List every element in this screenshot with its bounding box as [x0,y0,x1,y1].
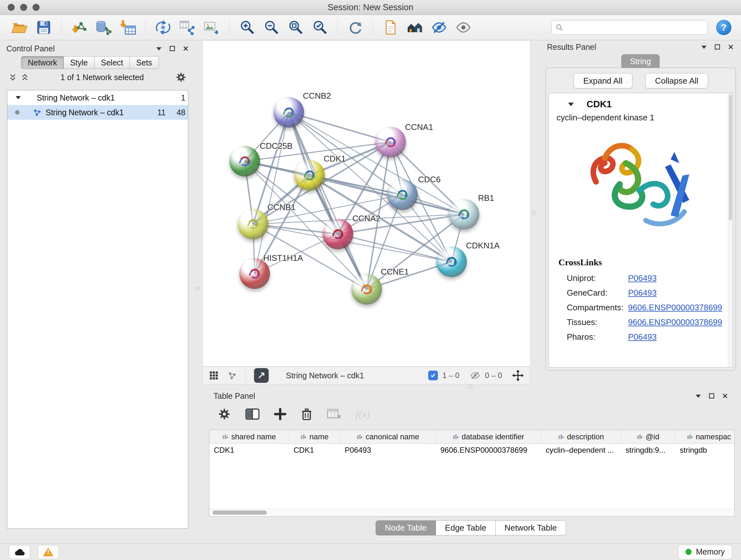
memory-button[interactable]: Memory [678,545,732,559]
graph-node-ccna2[interactable] [323,219,353,249]
graph-node-cdc25b[interactable] [229,146,260,177]
open-session-button[interactable] [10,17,29,37]
edge-CCNB2-HIST1H1A[interactable] [255,112,289,273]
network-canvas[interactable]: CCNB2CCNA1CDC25BCDK1CDC6RB1CCNB1CCNA2CDK… [202,40,530,367]
import-network-from-database-button[interactable] [93,17,113,37]
delete-table-icon[interactable] [327,408,341,420]
crosslink-value-genecard[interactable]: P06493 [628,288,657,298]
tab-style[interactable]: Style [64,56,95,69]
column-header-namespac[interactable]: namespac [675,430,735,443]
column-header-database-identifier[interactable]: database identifier [436,430,541,443]
table-tab-network-table[interactable]: Network Table [495,520,566,536]
gene-name: CDK1 [587,99,612,110]
close-icon[interactable] [728,44,734,50]
tab-sets[interactable]: Sets [130,56,159,69]
column-header-description[interactable]: description [541,430,621,443]
crosslink-value-tissues[interactable]: 9606.ENSP00000378699 [628,317,722,327]
graph-node-cdkn1a[interactable] [436,246,467,277]
crosslink-value-compartments[interactable]: 9606.ENSP00000378699 [628,303,722,313]
maximize-window-button[interactable] [32,4,40,11]
graph-node-cdc6[interactable] [387,179,418,210]
new-network-from-table-button[interactable] [178,17,197,37]
protein-squiggle-icon [393,185,412,205]
open-in-new-window-button[interactable] [254,368,269,383]
results-tab-string[interactable]: String [621,54,660,68]
cybrowser-button[interactable] [405,17,425,37]
entry-scrollbar[interactable] [728,93,733,367]
search-field[interactable] [551,20,708,35]
snapshot-button[interactable] [381,17,401,37]
hidden-items-eye-slash-icon[interactable] [470,371,481,380]
table-tab-edge-table[interactable]: Edge Table [436,520,495,536]
chevron-down-icon[interactable] [701,44,707,50]
edge-CCNB2-CCNA1[interactable] [289,112,391,142]
column-header-name[interactable]: name [289,430,340,443]
zoom-fit-button[interactable] [286,17,306,37]
gear-icon[interactable] [176,72,186,83]
graph-node-rb1[interactable] [449,199,479,230]
scrollbar-thumb[interactable] [212,510,267,515]
crosslink-value-uniprot[interactable]: P06493 [628,273,657,283]
float-panel-icon[interactable] [714,44,721,50]
zoom-selected-button[interactable] [310,17,330,37]
save-session-button[interactable] [34,17,54,37]
minimize-window-button[interactable] [20,4,27,11]
warnings-button[interactable]: ! [38,545,59,559]
chevron-down-icon[interactable] [695,393,701,399]
column-header-id[interactable]: @id [621,430,675,443]
column-header-canonical-name[interactable]: canonical name [340,430,436,443]
tab-network[interactable]: Network [21,56,64,69]
tab-select[interactable]: Select [94,56,130,69]
chevron-down-icon[interactable] [156,46,162,51]
vertical-splitter-handle[interactable] [195,287,199,291]
show-all-button[interactable] [454,17,473,37]
close-window-button[interactable] [8,4,15,11]
grid-view-icon[interactable] [209,371,219,380]
zoom-fit-icon [287,19,304,36]
apply-function-button[interactable]: f(x) [356,408,370,420]
refresh-button[interactable] [345,17,365,37]
expand-all-icon[interactable] [21,73,29,81]
search-input[interactable] [566,23,704,32]
table-row[interactable]: CDK1CDK1P064939606.ENSP00000378699cyclin… [209,444,734,456]
export-image-button[interactable] [202,17,221,37]
zoom-in-button[interactable] [237,17,257,37]
crosslink-value-pharos[interactable]: P06493 [628,332,657,342]
float-panel-icon[interactable] [709,393,715,399]
collapse-all-icon[interactable] [9,73,17,81]
collapse-all-button[interactable]: Collapse All [645,73,709,88]
expand-all-button[interactable]: Expand All [574,73,632,88]
cloud-status-button[interactable] [9,545,30,559]
graph-node-ccna1[interactable] [375,127,406,158]
table-settings-gear-icon[interactable] [218,408,231,421]
import-network-from-file-button[interactable] [69,17,89,37]
import-table-button[interactable] [118,17,138,37]
add-column-icon[interactable] [274,408,286,420]
show-columns-icon[interactable] [246,408,259,420]
network-collection-row[interactable]: String Network – cdk1 1 [7,90,188,105]
network-row[interactable]: String Network – cdk1 11 48 [7,105,188,120]
control-panel-tabs: NetworkStyleSelectSets [21,56,192,69]
float-panel-icon[interactable] [169,45,176,52]
graph-node-ccnb1[interactable] [238,209,268,240]
graph-node-cdk1[interactable] [294,160,325,191]
graph-node-ccnb2[interactable] [273,97,304,128]
selected-nodes-checkbox[interactable] [428,371,438,380]
pan-move-icon[interactable] [512,370,524,381]
hide-selected-button[interactable] [429,17,449,37]
tree-caret-icon[interactable] [15,95,21,101]
zoom-out-button[interactable] [261,17,281,37]
entry-caret-icon[interactable] [567,101,575,108]
table-tab-node-table[interactable]: Node Table [376,520,436,536]
graph-node-ccne1[interactable] [351,274,382,305]
column-header-shared-name[interactable]: shared name [209,430,289,443]
table-horizontal-scrollbar[interactable] [209,509,734,516]
delete-column-trash-icon[interactable] [301,408,313,421]
new-network-button[interactable] [153,17,173,37]
close-icon[interactable] [722,393,728,399]
vertical-splitter-handle[interactable] [532,211,536,215]
close-icon[interactable] [183,45,189,52]
network-overview-icon[interactable] [227,370,237,381]
help-button[interactable]: ? [716,20,731,35]
database-import-icon [95,19,112,36]
